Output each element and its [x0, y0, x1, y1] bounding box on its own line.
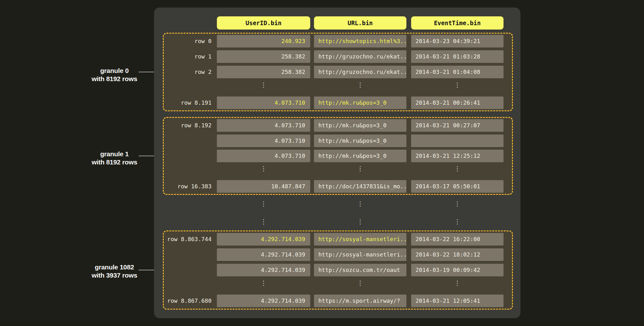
eventtime-cell: 2014-03-21 01:03:28 — [411, 50, 504, 63]
row-label: row 0 — [164, 35, 212, 47]
table-row: row 0240.923http://showtopics.html%3...2… — [164, 35, 512, 47]
table-row: 4.292.714.039http://sozcu.com.tr/oaut201… — [164, 264, 512, 276]
granule-1-box: row 8.1924.073.710http://mk.ru&pos=3_020… — [163, 117, 513, 195]
table-row: 4.073.710http://mk.ru&pos=3_0 — [164, 135, 512, 147]
row-label: row 2 — [164, 66, 212, 78]
row-label: row 8.867.680 — [164, 295, 212, 307]
url-cell: http://gruzochno.ru/ekat... — [314, 50, 406, 63]
eventtime-cell: 2014-03-22 18:02:12 — [411, 248, 504, 261]
column-header-url-bin: URL.bin — [314, 16, 406, 30]
granule-0-box: row 0240.923http://showtopics.html%3...2… — [163, 33, 513, 111]
column-header-eventtime-bin: EventTime.bin — [411, 16, 504, 30]
ellipsis-userid: ⋮ — [217, 217, 310, 226]
userid-cell: 4.073.710 — [217, 150, 310, 162]
ellipsis-url: ⋮ — [314, 217, 406, 226]
url-cell: http://mk.ru&pos=3_0 — [314, 119, 406, 132]
between-ellipsis-row: ⋮⋮⋮ — [164, 199, 512, 208]
table-row: row 8.867.6804.292.714.039https://m.spor… — [164, 295, 512, 307]
eventtime-cell: 2014-03-23 04:39:21 — [411, 35, 504, 47]
table-row: 4.292.714.039http://sosyal-mansetleri...… — [164, 248, 512, 261]
userid-cell: 258.382 — [217, 66, 310, 78]
granule-1082-box: row 8.863.7444.292.714.039http://sosyal-… — [163, 230, 513, 310]
ellipsis-row: ⋮⋮⋮ — [164, 279, 512, 292]
ellipsis-eventtime: ⋮ — [411, 199, 504, 208]
userid-cell: 4.292.714.039 — [217, 248, 310, 261]
url-cell: http://mk.ru&pos=3_0 — [314, 150, 406, 162]
between-ellipsis-row: ⋮⋮⋮ — [164, 217, 512, 226]
userid-cell: 4.292.714.039 — [217, 264, 310, 276]
ellipsis-url: ⋮ — [314, 81, 406, 94]
userid-cell: 4.073.710 — [217, 97, 310, 109]
eventtime-cell: 2014-03-21 12:05:41 — [411, 295, 504, 307]
url-cell: http://doc/1437831&is_mo... — [314, 180, 406, 193]
url-cell: http://mk.ru&pos=3_0 — [314, 97, 406, 109]
table-row: row 8.1914.073.710http://mk.ru&pos=3_020… — [164, 97, 512, 109]
url-cell: http://gruzochno.ru/ekat... — [314, 66, 406, 78]
table-row: 4.073.710http://mk.ru&pos=3_02014-03-21 … — [164, 150, 512, 162]
table-row: row 2258.382http://gruzochno.ru/ekat...2… — [164, 66, 512, 78]
ellipsis-userid: ⋮ — [217, 165, 310, 177]
eventtime-cell: 2014-03-21 00:27:07 — [411, 119, 504, 132]
userid-cell: 4.292.714.039 — [217, 233, 310, 246]
ellipsis-row: ⋮⋮⋮ — [164, 81, 512, 94]
userid-cell: 4.292.714.039 — [217, 295, 310, 307]
ellipsis-eventtime: ⋮ — [411, 81, 504, 94]
url-cell: http://sosyal-mansetleri... — [314, 233, 406, 246]
eventtime-cell: 2014-03-21 00:26:41 — [411, 97, 504, 109]
userid-cell: 10.487.847 — [217, 180, 310, 193]
eventtime-cell: 2014-03-22 16:22:00 — [411, 233, 504, 246]
ellipsis-url: ⋮ — [314, 165, 406, 177]
row-label: row 16.383 — [164, 180, 212, 193]
eventtime-cell: 2014-03-19 00:09:42 — [411, 264, 504, 276]
ellipsis-eventtime: ⋮ — [411, 279, 504, 292]
row-label: row 1 — [164, 50, 212, 63]
table-row: row 1258.382http://gruzochno.ru/ekat...2… — [164, 50, 512, 63]
eventtime-cell: 2014-03-21 12:25:12 — [411, 150, 504, 162]
eventtime-cell: 2014-03-21 01:04:08 — [411, 66, 504, 78]
column-files-panel: UserID.bin URL.bin EventTime.bin row 024… — [154, 8, 520, 318]
row-label: row 8.191 — [164, 97, 212, 109]
granules-diagram: granule 0 with 8192 rows granule 1 with … — [0, 0, 644, 326]
ellipsis-userid: ⋮ — [217, 199, 310, 208]
row-label: row 8.863.744 — [164, 233, 212, 246]
eventtime-cell — [411, 135, 504, 147]
table-row: row 8.863.7444.292.714.039http://sosyal-… — [164, 233, 512, 246]
table-row: row 8.1924.073.710http://mk.ru&pos=3_020… — [164, 119, 512, 132]
row-label: row 8.192 — [164, 119, 212, 132]
eventtime-cell: 2014-03-17 05:50:01 — [411, 180, 504, 193]
url-cell: https://m.sport.airway/? — [314, 295, 406, 307]
ellipsis-userid: ⋮ — [217, 81, 310, 94]
ellipsis-row: ⋮⋮⋮ — [164, 165, 512, 177]
userid-cell: 240.923 — [217, 35, 310, 47]
ellipsis-url: ⋮ — [314, 279, 406, 292]
url-cell: http://sozcu.com.tr/oaut — [314, 264, 406, 276]
userid-cell: 4.073.710 — [217, 135, 310, 147]
table-row: row 16.38310.487.847http://doc/1437831&i… — [164, 180, 512, 193]
userid-cell: 258.382 — [217, 50, 310, 63]
between-granules-ellipsis: ⋮⋮⋮⋮⋮⋮ — [164, 195, 512, 230]
ellipsis-eventtime: ⋮ — [411, 165, 504, 177]
url-cell: http://sosyal-mansetleri... — [314, 248, 406, 261]
ellipsis-url: ⋮ — [314, 199, 406, 208]
url-cell: http://showtopics.html%3... — [314, 35, 406, 47]
column-header-userid-bin: UserID.bin — [217, 16, 310, 30]
url-cell: http://mk.ru&pos=3_0 — [314, 135, 406, 147]
ellipsis-eventtime: ⋮ — [411, 217, 504, 226]
userid-cell: 4.073.710 — [217, 119, 310, 132]
ellipsis-userid: ⋮ — [217, 279, 310, 292]
